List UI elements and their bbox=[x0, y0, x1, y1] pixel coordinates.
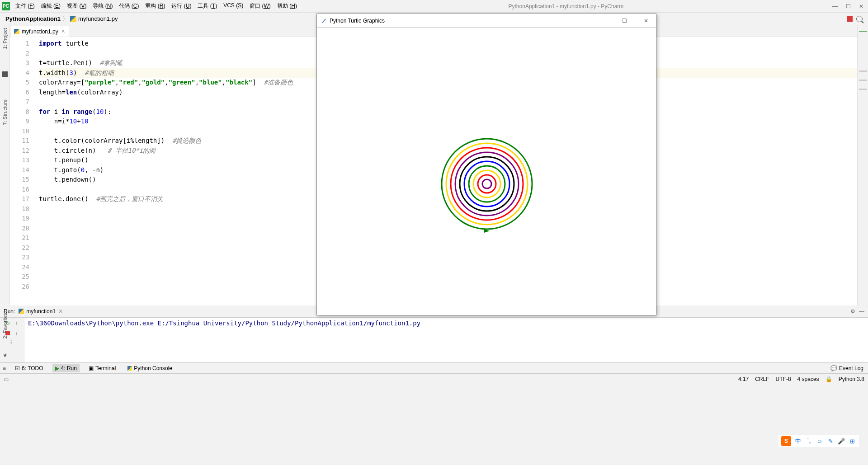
svg-point-4 bbox=[464, 161, 509, 207]
turtle-window[interactable]: Python Turtle Graphics — ☐ ✕ bbox=[316, 14, 656, 315]
turtle-canvas bbox=[317, 28, 656, 315]
tab-label: 4: Run bbox=[61, 365, 77, 371]
status-icon[interactable]: ▭ bbox=[4, 376, 9, 382]
close-icon[interactable]: ✕ bbox=[640, 18, 652, 24]
menu-item[interactable]: 文件 (F) bbox=[13, 1, 38, 11]
close-icon[interactable]: ✕ bbox=[859, 3, 863, 9]
favorites-tool-button[interactable]: 2: Favorites bbox=[2, 313, 8, 338]
maximize-icon[interactable]: ☐ bbox=[618, 18, 631, 24]
play-icon: ▶ bbox=[55, 365, 59, 371]
terminal-icon: ▣ bbox=[89, 365, 94, 371]
close-tab-icon[interactable]: ✕ bbox=[61, 28, 65, 34]
statusbar: ▭ 4:17 CRLF UTF-8 4 spaces 🔒 Python 3.8 bbox=[0, 373, 868, 384]
marker-icon bbox=[859, 70, 867, 72]
star-icon[interactable]: ★ bbox=[3, 352, 8, 358]
settings-icon[interactable]: ⚙ bbox=[850, 308, 855, 315]
breadcrumb-project[interactable]: PythonApplication1 bbox=[5, 15, 61, 22]
line-separator[interactable]: CRLF bbox=[755, 376, 769, 382]
bubble-icon: 💬 bbox=[830, 365, 837, 371]
sogou-logo-icon[interactable]: S bbox=[781, 436, 791, 446]
svg-point-0 bbox=[482, 179, 491, 188]
pycharm-logo-icon: PC bbox=[2, 2, 10, 10]
svg-point-7 bbox=[451, 148, 523, 220]
menu-item[interactable]: 视图 (V) bbox=[64, 1, 89, 11]
caret-position[interactable]: 4:17 bbox=[738, 376, 749, 382]
favorites-rail: 2: Favorites ★ bbox=[0, 313, 10, 358]
svg-point-1 bbox=[478, 175, 496, 193]
python-file-icon bbox=[14, 29, 19, 34]
menu-item[interactable]: 工具 (T) bbox=[195, 1, 220, 11]
tab-label: Python Console bbox=[134, 365, 172, 371]
inspection-ok-icon bbox=[859, 31, 867, 32]
tab-label: Terminal bbox=[95, 365, 116, 371]
window-title: PythonApplication1 - myfunction1.py - Py… bbox=[300, 3, 832, 9]
marker-icon bbox=[859, 89, 867, 90]
ime-button[interactable]: 🎤 bbox=[837, 437, 845, 445]
svg-point-5 bbox=[460, 157, 514, 211]
encoding[interactable]: UTF-8 bbox=[776, 376, 791, 382]
menu-item[interactable]: 帮助 (H) bbox=[274, 1, 300, 11]
search-icon[interactable] bbox=[856, 16, 863, 22]
menu-item[interactable]: 窗口 (W) bbox=[247, 1, 274, 11]
menu-item[interactable]: 编辑 (E) bbox=[38, 1, 63, 11]
svg-point-3 bbox=[469, 166, 505, 202]
window-controls: — ☐ ✕ bbox=[832, 3, 866, 9]
close-icon[interactable]: ✕ bbox=[58, 308, 63, 315]
tab-label: Event Log bbox=[839, 365, 863, 371]
ime-button[interactable]: ✎ bbox=[826, 437, 835, 445]
marker-icon bbox=[859, 80, 867, 81]
chevron-right-icon: 〉 bbox=[62, 15, 68, 23]
todo-tab[interactable]: ☑ 6: TODO bbox=[12, 364, 46, 372]
ime-toolbar[interactable]: S 中゜。☺✎🎤⊞ bbox=[778, 435, 859, 447]
terminal-tab[interactable]: ▣ Terminal bbox=[86, 364, 118, 372]
menu-item[interactable]: 代码 (C) bbox=[116, 1, 142, 11]
maximize-icon[interactable]: ☐ bbox=[846, 3, 851, 9]
gutter: 1234567891011121314151617181920212223242… bbox=[10, 37, 35, 305]
event-log-tab[interactable]: 💬 Event Log bbox=[830, 365, 865, 371]
hamburger-icon[interactable]: ≡ bbox=[3, 365, 6, 371]
turtle-titlebar[interactable]: Python Turtle Graphics — ☐ ✕ bbox=[317, 14, 656, 28]
readonly-lock-icon[interactable]: 🔒 bbox=[826, 376, 832, 382]
python-file-icon bbox=[70, 16, 76, 22]
breadcrumb-file[interactable]: myfunction1.py bbox=[78, 15, 118, 22]
right-rail bbox=[857, 25, 868, 305]
turtle-icon bbox=[321, 18, 327, 24]
todo-icon: ☑ bbox=[15, 365, 20, 371]
left-tool-rail: 1: Project 7: Structure bbox=[0, 25, 10, 305]
menubar: PC 文件 (F)编辑 (E)视图 (V)导航 (N)代码 (C)重构 (R)运… bbox=[0, 0, 868, 13]
python-file-icon bbox=[19, 309, 24, 314]
ime-button[interactable]: ⊞ bbox=[848, 437, 856, 445]
tab-label: myfunction1.py bbox=[22, 28, 58, 35]
interpreter[interactable]: Python 3.8 bbox=[839, 376, 864, 382]
up-icon[interactable]: ↑ bbox=[13, 319, 20, 327]
svg-point-8 bbox=[446, 143, 528, 225]
ime-button[interactable]: 中 bbox=[794, 437, 802, 445]
ime-button[interactable]: ☺ bbox=[816, 437, 824, 445]
minimize-icon[interactable]: — bbox=[832, 3, 838, 9]
indent[interactable]: 4 spaces bbox=[797, 376, 819, 382]
turtle-title-text: Python Turtle Graphics bbox=[330, 18, 385, 24]
run-console[interactable]: E:\360Downloads\Python\python.exe E:/Tsi… bbox=[24, 318, 868, 362]
run-config-name[interactable]: myfunction1 bbox=[26, 308, 56, 315]
menu-item[interactable]: VCS (S) bbox=[221, 1, 246, 11]
ime-button[interactable]: ゜。 bbox=[805, 437, 813, 445]
project-icon[interactable] bbox=[2, 71, 8, 77]
down-icon[interactable]: ↓ bbox=[13, 329, 20, 337]
project-tool-button[interactable]: 1: Project bbox=[2, 28, 8, 49]
structure-tool-button[interactable]: 7: Structure bbox=[2, 99, 8, 125]
minimize-icon[interactable]: — bbox=[596, 18, 609, 24]
stop-button[interactable] bbox=[847, 16, 853, 22]
python-console-tab[interactable]: Python Console bbox=[125, 364, 175, 372]
python-icon bbox=[127, 366, 132, 371]
run-panel: ↻ ↑ ↓ ⠇ E:\360Downloads\Python\python.ex… bbox=[0, 317, 868, 362]
editor-tab[interactable]: myfunction1.py ✕ bbox=[10, 26, 69, 37]
tab-label: 6: TODO bbox=[22, 365, 43, 371]
menu-item[interactable]: 重构 (R) bbox=[142, 1, 168, 11]
menu-item[interactable]: 导航 (N) bbox=[90, 1, 115, 11]
run-tab[interactable]: ▶ 4: Run bbox=[52, 364, 80, 372]
minimize-icon[interactable]: — bbox=[859, 308, 864, 315]
bottom-tool-tabs: ≡ ☑ 6: TODO ▶ 4: Run ▣ Terminal Python C… bbox=[0, 362, 868, 373]
menu-item[interactable]: 运行 (U) bbox=[169, 1, 194, 11]
main-menus: 文件 (F)编辑 (E)视图 (V)导航 (N)代码 (C)重构 (R)运行 (… bbox=[13, 1, 300, 11]
